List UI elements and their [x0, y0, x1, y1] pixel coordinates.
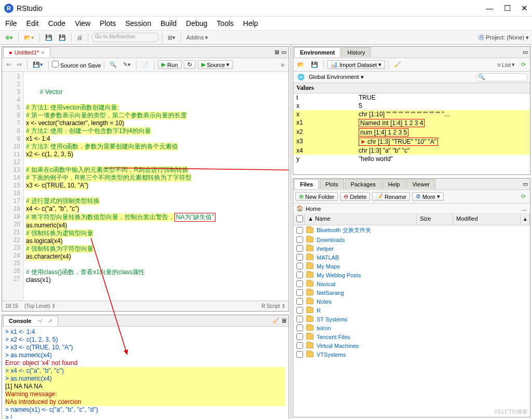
file-row[interactable]: ihelper [293, 244, 530, 253]
titlebar: R RStudio — ☐ ✕ [0, 0, 532, 17]
file-row[interactable]: My Weblog Posts [293, 271, 530, 279]
new-file-icon[interactable]: ⊕▾ [3, 33, 15, 42]
console-pane: Console ~/ ⇗ 🧹 ⊞ > x1 <- 1:4> x2 <- c(1,… [2, 315, 289, 419]
save-source-icon[interactable]: 💾▾ [31, 60, 45, 69]
collapse-icon[interactable]: ▭ [523, 49, 528, 56]
find-icon[interactable]: 🔍 [107, 60, 119, 69]
project-selector[interactable]: ⓇProject: (None) ▾ [479, 34, 529, 42]
file-row[interactable]: Downloads [293, 235, 530, 244]
source-tab[interactable]: ● Untitled1* × [3, 47, 50, 57]
plots-tab[interactable]: Plots [320, 179, 344, 189]
menu-help[interactable]: Help [243, 19, 258, 28]
env-tab[interactable]: Environment [294, 47, 340, 57]
help-tab[interactable]: Help [383, 179, 406, 189]
close-tab-icon[interactable]: × [41, 49, 44, 56]
clear-console-icon[interactable]: 🧹 [272, 317, 280, 324]
source-button[interactable]: ▶Source ▾ [198, 60, 234, 69]
more-button[interactable]: ⚙More ▾ [412, 192, 444, 201]
pane-layout-icon[interactable]: ⊞ [275, 49, 279, 56]
history-tab[interactable]: History [342, 47, 371, 57]
refresh-files-icon[interactable]: ⟳ [519, 192, 528, 201]
run-button[interactable]: ▶Run [158, 60, 181, 69]
rename-button[interactable]: 📝Rename [372, 192, 410, 201]
viewer-tab[interactable]: Viewer [406, 179, 435, 189]
save-all-icon[interactable]: 💾 [57, 33, 68, 42]
env-scope[interactable]: Global Environment ▾ [309, 74, 364, 80]
pane-layout-icon[interactable]: ⊞ [282, 317, 287, 324]
scroll-up-icon[interactable]: ▴ [521, 214, 530, 225]
save-icon[interactable]: 💾 [43, 33, 54, 42]
files-list: Bluetooth 交换文件夹DownloadsihelperMATLABMy … [293, 225, 530, 417]
col-size[interactable]: Size [417, 214, 453, 225]
menu-tools[interactable]: Tools [217, 19, 234, 28]
env-search-input[interactable]: 🔍 [476, 73, 528, 82]
collapse-icon[interactable]: ▭ [281, 49, 287, 56]
folder-icon [306, 316, 313, 322]
wand-icon[interactable]: ✎▾ [121, 60, 133, 69]
close-button[interactable]: ✕ [521, 4, 528, 13]
files-pane: Files Plots Packages Help Viewer ▭ ⊕New … [293, 178, 530, 417]
outline-icon[interactable]: ≡ [279, 61, 287, 69]
maximize-button[interactable]: ☐ [504, 4, 511, 13]
menu-edit[interactable]: Edit [26, 19, 39, 28]
menu-debug[interactable]: Debug [186, 19, 207, 28]
col-modified[interactable]: Modified [453, 214, 521, 225]
save-workspace-icon[interactable]: 💾 [309, 60, 320, 69]
menu-code[interactable]: Code [48, 19, 65, 28]
console-output[interactable]: > x1 <- 1:4> x2 <- c(1, 2, 3, 5)> x3 <- … [2, 327, 289, 419]
file-row[interactable]: Navicat [293, 279, 530, 288]
collapse-icon[interactable]: ▭ [523, 181, 528, 187]
file-row[interactable]: Bluetooth 交换文件夹 [293, 225, 530, 235]
new-folder-button[interactable]: ⊕New Folder [295, 192, 338, 201]
home-icon[interactable]: 🏠 [296, 205, 304, 212]
packages-tab[interactable]: Packages [345, 179, 381, 189]
goto-file-input[interactable]: Go to file/function [91, 33, 159, 42]
compile-icon[interactable]: 📄 [140, 60, 151, 69]
file-row[interactable]: R [293, 306, 530, 315]
menu-file[interactable]: File [5, 19, 17, 28]
menu-view[interactable]: View [75, 19, 90, 28]
minimize-button[interactable]: — [486, 4, 494, 13]
lang-selector[interactable]: R Script ⇕ [262, 303, 285, 309]
code-editor[interactable]: 1234567891011121314151617181920212223242… [2, 72, 289, 301]
files-tab[interactable]: Files [294, 179, 319, 189]
open-file-icon[interactable]: 📂▾ [22, 33, 36, 42]
file-row[interactable]: VTSystems [293, 350, 530, 359]
file-row[interactable]: My Maps [293, 262, 530, 271]
delete-button[interactable]: ⊖Delete [340, 192, 370, 201]
main-toolbar: ⊕▾ 📂▾ 💾 💾 🖨 Go to file/function ⊞▾ Addin… [0, 30, 532, 45]
clear-env-icon[interactable]: 🧹 [392, 60, 403, 69]
load-workspace-icon[interactable]: 📂 [295, 60, 307, 69]
cursor-position: 18:15 [5, 303, 18, 309]
import-dataset-button[interactable]: 📊 Import Dataset ▾ [327, 60, 385, 69]
menu-session[interactable]: Session [125, 19, 151, 28]
print-icon[interactable]: 🖨 [75, 33, 85, 42]
source-on-save-checkbox[interactable]: Source on Save [52, 61, 101, 69]
grid-icon[interactable]: ⊞▾ [166, 33, 178, 42]
folder-icon [306, 263, 313, 269]
forward-icon[interactable]: ⇨ [15, 60, 24, 69]
rerun-button[interactable]: ↻ [184, 60, 196, 69]
file-row[interactable]: Virtual Machines [293, 341, 530, 350]
col-name[interactable]: ▲ Name [305, 214, 417, 225]
file-row[interactable]: NetSarang [293, 288, 530, 297]
scope-selector[interactable]: (Top Level) ⇕ [24, 303, 56, 309]
breadcrumb-home[interactable]: Home [306, 206, 321, 212]
folder-icon [306, 343, 313, 348]
refresh-env-icon[interactable]: ⟳ [519, 60, 528, 69]
file-row[interactable]: Notes [293, 297, 530, 306]
menu-build[interactable]: Build [160, 19, 176, 28]
console-tab[interactable]: Console ~/ ⇗ [3, 316, 58, 326]
addins-menu[interactable]: Addins ▾ [184, 33, 210, 42]
back-icon[interactable]: ⇦ [4, 60, 13, 69]
folder-icon [306, 254, 313, 260]
folder-icon [306, 290, 313, 295]
file-row[interactable]: MATLAB [293, 253, 530, 262]
file-row[interactable]: teiron [293, 323, 530, 332]
list-view-button[interactable]: ≡ List ▾ [495, 60, 517, 69]
breadcrumb-more[interactable]: ... [522, 206, 527, 212]
menu-plots[interactable]: Plots [100, 19, 116, 28]
file-row[interactable]: Tencent Files [293, 332, 530, 341]
select-all-checkbox[interactable] [296, 215, 303, 222]
file-row[interactable]: ST Systems [293, 315, 530, 323]
